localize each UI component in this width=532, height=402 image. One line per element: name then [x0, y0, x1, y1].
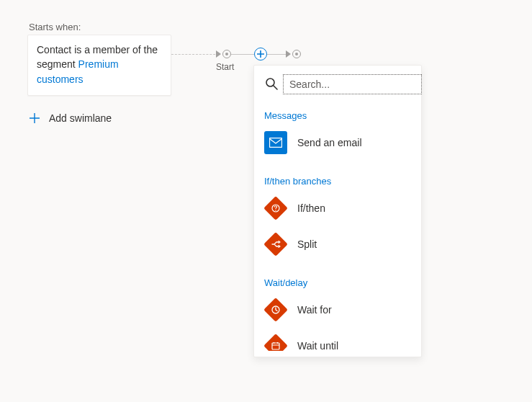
action-send-email[interactable]: Send an email: [264, 128, 411, 157]
group-header-branches: If/then branches: [264, 176, 411, 187]
svg-point-0: [266, 79, 274, 86]
add-swimlane-button[interactable]: Add swimlane: [30, 112, 112, 124]
question-icon: [264, 197, 287, 220]
arrow-icon-2: [286, 50, 291, 58]
action-picker-popup: Messages Send an email If/then branches …: [253, 65, 422, 357]
action-label: Wait until: [297, 340, 338, 351]
group-header-wait: Wait/delay: [264, 277, 411, 288]
clock-icon: [264, 298, 287, 321]
add-step-button[interactable]: [254, 48, 267, 61]
action-split[interactable]: Split: [264, 230, 411, 259]
svg-rect-1: [270, 138, 282, 148]
trigger-card[interactable]: Contact is a member of the segment Premi…: [27, 35, 171, 96]
action-label: If/then: [297, 202, 325, 214]
end-node: [292, 50, 301, 58]
action-label: Send an email: [297, 137, 362, 148]
connector-dashed: [171, 54, 219, 55]
mail-icon: [264, 131, 287, 154]
add-swimlane-label: Add swimlane: [49, 112, 112, 124]
plus-icon: [30, 113, 40, 123]
starts-when-label: Starts when:: [29, 22, 81, 32]
connector-line: [231, 54, 254, 55]
group-header-messages: Messages: [264, 110, 411, 121]
action-wait-until[interactable]: Wait until: [264, 331, 411, 351]
search-input[interactable]: [283, 74, 422, 94]
calendar-icon: [264, 334, 287, 351]
action-list-scroll[interactable]: Messages Send an email If/then branches …: [264, 106, 415, 351]
action-label: Split: [297, 238, 317, 250]
arrow-icon: [216, 50, 221, 58]
start-node[interactable]: [222, 50, 231, 58]
svg-rect-5: [272, 343, 279, 349]
action-label: Wait for: [297, 304, 332, 316]
plus-icon: [257, 50, 264, 58]
action-if-then[interactable]: If/then: [264, 194, 411, 223]
svg-point-3: [275, 210, 276, 210]
start-node-label: Start: [216, 62, 234, 72]
split-icon: [264, 233, 287, 256]
action-wait-for[interactable]: Wait for: [264, 295, 411, 324]
search-icon: [264, 76, 279, 93]
